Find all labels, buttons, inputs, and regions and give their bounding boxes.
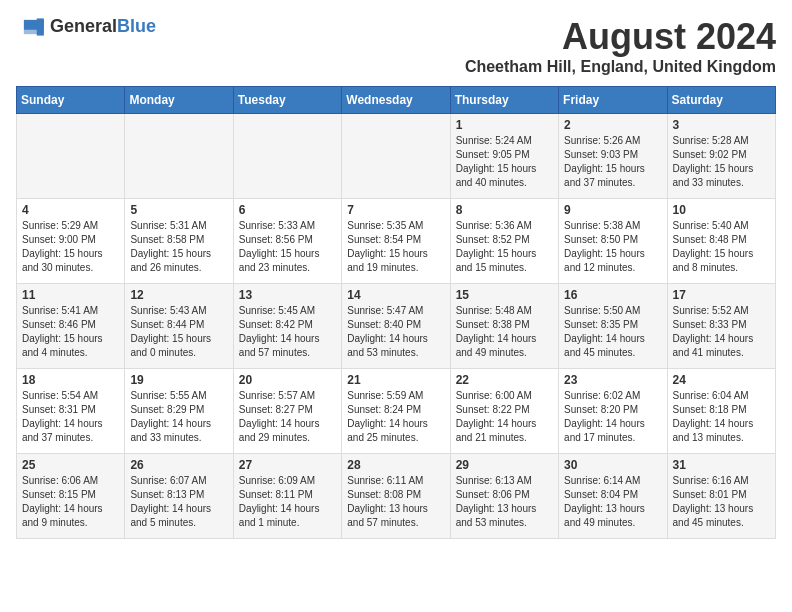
- weekday-header-row: SundayMondayTuesdayWednesdayThursdayFrid…: [17, 87, 776, 114]
- day-info: Sunrise: 6:11 AMSunset: 8:08 PMDaylight:…: [347, 474, 444, 530]
- calendar-cell: 13Sunrise: 5:45 AMSunset: 8:42 PMDayligh…: [233, 284, 341, 369]
- calendar-cell: 24Sunrise: 6:04 AMSunset: 8:18 PMDayligh…: [667, 369, 775, 454]
- calendar-cell: 25Sunrise: 6:06 AMSunset: 8:15 PMDayligh…: [17, 454, 125, 539]
- day-info: Sunrise: 5:59 AMSunset: 8:24 PMDaylight:…: [347, 389, 444, 445]
- day-number: 14: [347, 288, 444, 302]
- day-info: Sunrise: 5:54 AMSunset: 8:31 PMDaylight:…: [22, 389, 119, 445]
- calendar-cell: 5Sunrise: 5:31 AMSunset: 8:58 PMDaylight…: [125, 199, 233, 284]
- day-number: 20: [239, 373, 336, 387]
- calendar-cell: 31Sunrise: 6:16 AMSunset: 8:01 PMDayligh…: [667, 454, 775, 539]
- day-number: 25: [22, 458, 119, 472]
- calendar-cell: 17Sunrise: 5:52 AMSunset: 8:33 PMDayligh…: [667, 284, 775, 369]
- title-section: August 2024 Cheetham Hill, England, Unit…: [465, 16, 776, 76]
- calendar-cell: 9Sunrise: 5:38 AMSunset: 8:50 PMDaylight…: [559, 199, 667, 284]
- calendar-cell: 6Sunrise: 5:33 AMSunset: 8:56 PMDaylight…: [233, 199, 341, 284]
- day-info: Sunrise: 5:33 AMSunset: 8:56 PMDaylight:…: [239, 219, 336, 275]
- calendar-cell: 16Sunrise: 5:50 AMSunset: 8:35 PMDayligh…: [559, 284, 667, 369]
- calendar-table: SundayMondayTuesdayWednesdayThursdayFrid…: [16, 86, 776, 539]
- page-header: GeneralBlue August 2024 Cheetham Hill, E…: [16, 16, 776, 76]
- calendar-cell: 12Sunrise: 5:43 AMSunset: 8:44 PMDayligh…: [125, 284, 233, 369]
- weekday-header-saturday: Saturday: [667, 87, 775, 114]
- day-number: 31: [673, 458, 770, 472]
- day-info: Sunrise: 5:43 AMSunset: 8:44 PMDaylight:…: [130, 304, 227, 360]
- day-number: 10: [673, 203, 770, 217]
- weekday-header-tuesday: Tuesday: [233, 87, 341, 114]
- day-info: Sunrise: 6:16 AMSunset: 8:01 PMDaylight:…: [673, 474, 770, 530]
- calendar-cell: [125, 114, 233, 199]
- logo-icon: [16, 17, 46, 37]
- day-number: 24: [673, 373, 770, 387]
- day-number: 27: [239, 458, 336, 472]
- calendar-cell: [17, 114, 125, 199]
- day-number: 18: [22, 373, 119, 387]
- logo-general: General: [50, 16, 117, 36]
- calendar-cell: 10Sunrise: 5:40 AMSunset: 8:48 PMDayligh…: [667, 199, 775, 284]
- calendar-cell: 29Sunrise: 6:13 AMSunset: 8:06 PMDayligh…: [450, 454, 558, 539]
- day-number: 23: [564, 373, 661, 387]
- calendar-cell: 22Sunrise: 6:00 AMSunset: 8:22 PMDayligh…: [450, 369, 558, 454]
- day-number: 21: [347, 373, 444, 387]
- day-info: Sunrise: 5:57 AMSunset: 8:27 PMDaylight:…: [239, 389, 336, 445]
- day-info: Sunrise: 5:45 AMSunset: 8:42 PMDaylight:…: [239, 304, 336, 360]
- weekday-header-monday: Monday: [125, 87, 233, 114]
- calendar-cell: 20Sunrise: 5:57 AMSunset: 8:27 PMDayligh…: [233, 369, 341, 454]
- day-info: Sunrise: 6:13 AMSunset: 8:06 PMDaylight:…: [456, 474, 553, 530]
- calendar-week-row-4: 18Sunrise: 5:54 AMSunset: 8:31 PMDayligh…: [17, 369, 776, 454]
- day-info: Sunrise: 6:14 AMSunset: 8:04 PMDaylight:…: [564, 474, 661, 530]
- day-info: Sunrise: 6:02 AMSunset: 8:20 PMDaylight:…: [564, 389, 661, 445]
- calendar-cell: [233, 114, 341, 199]
- svg-marker-2: [37, 18, 44, 35]
- weekday-header-wednesday: Wednesday: [342, 87, 450, 114]
- calendar-cell: 23Sunrise: 6:02 AMSunset: 8:20 PMDayligh…: [559, 369, 667, 454]
- calendar-cell: 14Sunrise: 5:47 AMSunset: 8:40 PMDayligh…: [342, 284, 450, 369]
- calendar-cell: 18Sunrise: 5:54 AMSunset: 8:31 PMDayligh…: [17, 369, 125, 454]
- day-info: Sunrise: 5:31 AMSunset: 8:58 PMDaylight:…: [130, 219, 227, 275]
- day-info: Sunrise: 5:41 AMSunset: 8:46 PMDaylight:…: [22, 304, 119, 360]
- day-number: 17: [673, 288, 770, 302]
- day-number: 5: [130, 203, 227, 217]
- logo: GeneralBlue: [16, 16, 156, 37]
- calendar-week-row-2: 4Sunrise: 5:29 AMSunset: 9:00 PMDaylight…: [17, 199, 776, 284]
- calendar-cell: 30Sunrise: 6:14 AMSunset: 8:04 PMDayligh…: [559, 454, 667, 539]
- day-info: Sunrise: 5:36 AMSunset: 8:52 PMDaylight:…: [456, 219, 553, 275]
- day-info: Sunrise: 5:47 AMSunset: 8:40 PMDaylight:…: [347, 304, 444, 360]
- day-number: 11: [22, 288, 119, 302]
- weekday-header-thursday: Thursday: [450, 87, 558, 114]
- calendar-cell: 21Sunrise: 5:59 AMSunset: 8:24 PMDayligh…: [342, 369, 450, 454]
- day-info: Sunrise: 5:35 AMSunset: 8:54 PMDaylight:…: [347, 219, 444, 275]
- day-info: Sunrise: 6:09 AMSunset: 8:11 PMDaylight:…: [239, 474, 336, 530]
- calendar-cell: 15Sunrise: 5:48 AMSunset: 8:38 PMDayligh…: [450, 284, 558, 369]
- day-info: Sunrise: 5:38 AMSunset: 8:50 PMDaylight:…: [564, 219, 661, 275]
- day-number: 2: [564, 118, 661, 132]
- day-number: 3: [673, 118, 770, 132]
- day-info: Sunrise: 5:50 AMSunset: 8:35 PMDaylight:…: [564, 304, 661, 360]
- month-year-title: August 2024: [465, 16, 776, 58]
- day-number: 29: [456, 458, 553, 472]
- calendar-cell: 3Sunrise: 5:28 AMSunset: 9:02 PMDaylight…: [667, 114, 775, 199]
- day-number: 9: [564, 203, 661, 217]
- calendar-cell: 8Sunrise: 5:36 AMSunset: 8:52 PMDaylight…: [450, 199, 558, 284]
- day-info: Sunrise: 5:55 AMSunset: 8:29 PMDaylight:…: [130, 389, 227, 445]
- day-info: Sunrise: 5:29 AMSunset: 9:00 PMDaylight:…: [22, 219, 119, 275]
- calendar-week-row-1: 1Sunrise: 5:24 AMSunset: 9:05 PMDaylight…: [17, 114, 776, 199]
- day-number: 13: [239, 288, 336, 302]
- day-info: Sunrise: 5:48 AMSunset: 8:38 PMDaylight:…: [456, 304, 553, 360]
- day-number: 12: [130, 288, 227, 302]
- calendar-cell: [342, 114, 450, 199]
- day-info: Sunrise: 5:26 AMSunset: 9:03 PMDaylight:…: [564, 134, 661, 190]
- day-number: 19: [130, 373, 227, 387]
- calendar-cell: 26Sunrise: 6:07 AMSunset: 8:13 PMDayligh…: [125, 454, 233, 539]
- calendar-cell: 27Sunrise: 6:09 AMSunset: 8:11 PMDayligh…: [233, 454, 341, 539]
- calendar-cell: 28Sunrise: 6:11 AMSunset: 8:08 PMDayligh…: [342, 454, 450, 539]
- day-number: 30: [564, 458, 661, 472]
- calendar-cell: 19Sunrise: 5:55 AMSunset: 8:29 PMDayligh…: [125, 369, 233, 454]
- day-info: Sunrise: 6:04 AMSunset: 8:18 PMDaylight:…: [673, 389, 770, 445]
- day-info: Sunrise: 5:40 AMSunset: 8:48 PMDaylight:…: [673, 219, 770, 275]
- calendar-cell: 7Sunrise: 5:35 AMSunset: 8:54 PMDaylight…: [342, 199, 450, 284]
- location-subtitle: Cheetham Hill, England, United Kingdom: [465, 58, 776, 76]
- calendar-cell: 1Sunrise: 5:24 AMSunset: 9:05 PMDaylight…: [450, 114, 558, 199]
- day-info: Sunrise: 5:52 AMSunset: 8:33 PMDaylight:…: [673, 304, 770, 360]
- calendar-week-row-5: 25Sunrise: 6:06 AMSunset: 8:15 PMDayligh…: [17, 454, 776, 539]
- calendar-cell: 4Sunrise: 5:29 AMSunset: 9:00 PMDaylight…: [17, 199, 125, 284]
- day-info: Sunrise: 6:00 AMSunset: 8:22 PMDaylight:…: [456, 389, 553, 445]
